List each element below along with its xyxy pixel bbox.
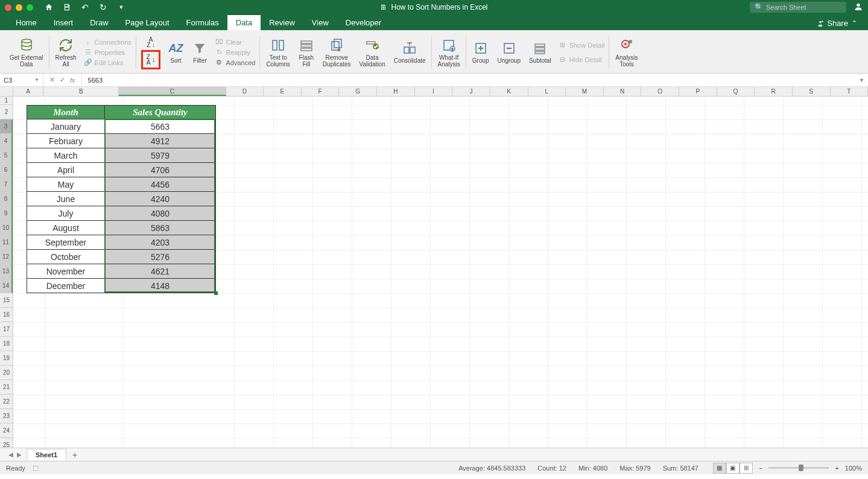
formula-expand-icon[interactable]: ▼ — [855, 77, 868, 83]
cell-qty[interactable]: 5663 — [105, 119, 216, 134]
row-header-7[interactable]: 7 — [0, 177, 13, 192]
what-if-button[interactable]: ?What-If Analysis — [437, 37, 461, 68]
cell-month[interactable]: March — [27, 148, 105, 163]
row-header-14[interactable]: 14 — [0, 279, 13, 293]
ribbon-collapse-icon[interactable]: ⌃ — [852, 19, 857, 27]
row-header-25[interactable]: 25 — [0, 438, 13, 448]
ungroup-button[interactable]: Ungroup — [496, 40, 522, 64]
save-icon[interactable] — [62, 2, 72, 12]
row-header-3[interactable]: 3 — [0, 119, 13, 134]
cell-qty[interactable]: 4240 — [105, 192, 216, 206]
column-header-J[interactable]: J — [452, 87, 490, 96]
column-header-D[interactable]: D — [226, 87, 264, 96]
user-icon[interactable] — [854, 2, 863, 13]
cell-month[interactable]: January — [27, 119, 105, 134]
view-page-break-button[interactable]: ⊞ — [740, 463, 753, 474]
properties-button[interactable]: ☰Properties — [84, 48, 131, 57]
sheet-tab[interactable]: Sheet1 — [27, 449, 66, 460]
cell-qty[interactable]: 5276 — [105, 250, 216, 264]
cell-qty[interactable]: 4456 — [105, 177, 216, 192]
row-header-12[interactable]: 12 — [0, 250, 13, 264]
column-header-T[interactable]: T — [831, 87, 869, 96]
undo-icon[interactable]: ↶ — [80, 2, 90, 12]
name-box[interactable]: C3 ▼ — [0, 74, 43, 86]
home-icon[interactable] — [44, 2, 54, 12]
table-header-qty[interactable]: Sales Quantity — [105, 105, 216, 119]
zoom-in-button[interactable]: + — [832, 465, 841, 472]
advanced-button[interactable]: ⚙Advanced — [215, 59, 255, 67]
row-header-23[interactable]: 23 — [0, 409, 13, 423]
cell-month[interactable]: February — [27, 134, 105, 148]
row-header-24[interactable]: 24 — [0, 423, 13, 438]
row-header-4[interactable]: 4 — [0, 134, 13, 148]
hide-detail-button[interactable]: ⊟Hide Detail — [559, 56, 605, 64]
consolidate-button[interactable]: Consolidate — [393, 40, 427, 64]
column-header-G[interactable]: G — [339, 87, 377, 96]
get-external-data-button[interactable]: Get External Data — [8, 37, 45, 68]
text-to-columns-button[interactable]: Text to Columns — [265, 37, 291, 68]
row-header-19[interactable]: 19 — [0, 351, 13, 366]
spreadsheet-grid[interactable]: ABCDEFGHIJKLMNOPQRST 1234567891011121314… — [0, 87, 868, 448]
cell-month[interactable]: June — [27, 192, 105, 206]
row-header-9[interactable]: 9 — [0, 206, 13, 221]
tab-home[interactable]: Home — [7, 15, 45, 30]
column-header-A[interactable]: A — [13, 87, 43, 96]
flash-fill-button[interactable]: Flash Fill — [297, 37, 315, 68]
cell-qty[interactable]: 4706 — [105, 163, 216, 177]
search-sheet-box[interactable]: 🔍 — [750, 2, 846, 13]
table-header-month[interactable]: Month — [27, 105, 105, 119]
analysis-tools-button[interactable]: Analysis Tools — [614, 37, 639, 68]
window-maximize-button[interactable] — [27, 4, 33, 11]
tab-formulas[interactable]: Formulas — [178, 15, 227, 30]
cell-qty[interactable]: 4148 — [105, 279, 216, 293]
row-header-22[interactable]: 22 — [0, 395, 13, 409]
window-minimize-button[interactable] — [16, 4, 22, 11]
search-input[interactable] — [766, 4, 838, 11]
row-header-11[interactable]: 11 — [0, 235, 13, 250]
fx-icon[interactable]: fx — [70, 77, 75, 84]
row-header-10[interactable]: 10 — [0, 221, 13, 235]
view-normal-button[interactable]: ▦ — [713, 463, 726, 474]
column-header-C[interactable]: C — [119, 87, 226, 96]
qa-dropdown-icon[interactable]: ▼ — [116, 2, 126, 12]
row-header-20[interactable]: 20 — [0, 366, 13, 380]
column-header-N[interactable]: N — [604, 87, 642, 96]
row-header-18[interactable]: 18 — [0, 337, 13, 351]
column-header-Q[interactable]: Q — [717, 87, 755, 96]
sheet-nav-prev-icon[interactable]: ◀ — [8, 451, 13, 458]
column-header-M[interactable]: M — [566, 87, 604, 96]
cell-qty[interactable]: 4203 — [105, 235, 216, 250]
zoom-out-button[interactable]: − — [756, 465, 765, 472]
tab-insert[interactable]: Insert — [45, 15, 82, 30]
column-header-P[interactable]: P — [679, 87, 717, 96]
cell-qty[interactable]: 4080 — [105, 206, 216, 221]
zoom-slider[interactable] — [768, 467, 829, 469]
cell-month[interactable]: August — [27, 221, 105, 235]
data-validation-button[interactable]: Data Validation — [358, 37, 387, 68]
column-header-S[interactable]: S — [793, 87, 831, 96]
row-header-5[interactable]: 5 — [0, 148, 13, 163]
tab-page-layout[interactable]: Page Layout — [117, 15, 178, 30]
window-close-button[interactable] — [5, 4, 11, 11]
redo-icon[interactable]: ↻ — [98, 2, 108, 12]
tab-review[interactable]: Review — [261, 15, 303, 30]
cell-qty[interactable]: 4621 — [105, 264, 216, 279]
sort-ascending-button[interactable]: AZ ↓ — [141, 36, 161, 49]
row-header-16[interactable]: 16 — [0, 308, 13, 322]
row-header-2[interactable]: 2 — [0, 105, 13, 119]
row-header-15[interactable]: 15 — [0, 293, 13, 308]
column-header-O[interactable]: O — [641, 87, 679, 96]
tab-view[interactable]: View — [303, 15, 337, 30]
cell-month[interactable]: September — [27, 235, 105, 250]
cell-qty[interactable]: 5979 — [105, 148, 216, 163]
sort-button[interactable]: AZ Sort — [166, 40, 185, 64]
column-header-I[interactable]: I — [415, 87, 453, 96]
cell-month[interactable]: July — [27, 206, 105, 221]
edit-links-button[interactable]: 🔗Edit Links — [84, 59, 131, 67]
column-header-R[interactable]: R — [755, 87, 793, 96]
add-sheet-button[interactable]: + — [66, 450, 83, 460]
cancel-formula-icon[interactable]: ✕ — [49, 76, 55, 84]
formula-input[interactable]: 5663 — [82, 77, 109, 84]
select-all-corner[interactable] — [0, 87, 13, 97]
share-button[interactable]: Share — [816, 19, 848, 28]
